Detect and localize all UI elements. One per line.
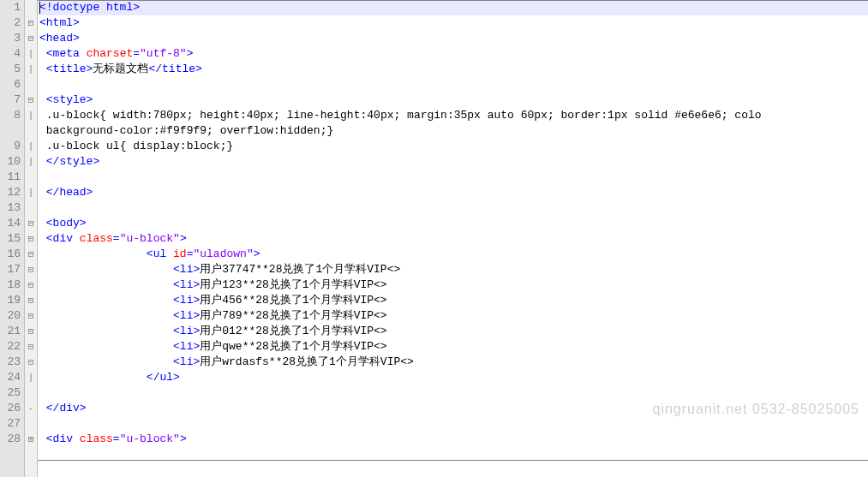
fold-marker[interactable]	[25, 200, 37, 216]
code-line-12[interactable]: </head>	[38, 185, 868, 200]
fold-marker[interactable]: ⊟	[25, 355, 37, 370]
line-number: 26	[0, 401, 24, 416]
fold-marker[interactable]: ⊟	[25, 277, 37, 293]
fold-marker[interactable]: ⊟	[25, 92, 37, 108]
fold-marker[interactable]: |	[25, 62, 37, 77]
line-number: 12	[0, 185, 24, 200]
code-line-4[interactable]: <meta charset="utf-8">	[38, 46, 868, 62]
line-number: 21	[0, 324, 24, 339]
fold-marker[interactable]: |	[25, 185, 37, 200]
title-text: 无标题文档	[93, 63, 148, 75]
fold-marker[interactable]: |	[25, 154, 37, 170]
fold-marker[interactable]: ⊟	[25, 231, 37, 247]
fold-marker[interactable]: ⊟	[25, 339, 37, 355]
fold-gutter[interactable]: ⊟⊟||⊟||||⊟⊟⊟⊟⊟⊟⊟⊟⊟⊟|-⊞	[25, 0, 38, 477]
code-line-11[interactable]	[38, 170, 868, 185]
line-number: 17	[0, 262, 24, 277]
css-rule: .u-block ul{ display:block;}	[46, 140, 233, 152]
line-number: 9	[0, 139, 24, 154]
code-line-14[interactable]: <body>	[38, 216, 868, 231]
code-line-25[interactable]	[38, 385, 868, 401]
fold-marker[interactable]: |	[25, 139, 37, 154]
code-line-18[interactable]: <li>用户123**28兑换了1个月学科VIP<>	[38, 277, 868, 293]
watermark: qingruanit.net 0532-85025005	[652, 402, 859, 417]
fold-marker[interactable]: ⊟	[25, 15, 37, 31]
li-text: 用户qwe**28兑换了1个月学科VIP<>	[200, 340, 386, 353]
fold-marker[interactable]	[25, 416, 37, 432]
head-close-tag: </head>	[46, 186, 93, 199]
fold-marker[interactable]: -	[25, 401, 37, 416]
li-tag: <li>	[173, 325, 200, 337]
fold-marker[interactable]: |	[25, 108, 37, 123]
fold-marker[interactable]: ⊞	[25, 432, 37, 447]
div-tag: <div	[46, 232, 80, 245]
fold-marker[interactable]: ⊟	[25, 324, 37, 339]
fold-marker[interactable]: ⊟	[25, 247, 37, 262]
code-line-15[interactable]: <div class="u-block">	[38, 231, 868, 247]
style-tag: <style>	[46, 93, 93, 106]
line-number: 8	[0, 108, 24, 123]
line-number: 19	[0, 293, 24, 308]
code-editor: 1234567891011121314151617181920212223242…	[0, 0, 868, 477]
line-number: 5	[0, 62, 24, 77]
li-tag: <li>	[173, 309, 200, 322]
fold-marker[interactable]: ⊟	[25, 308, 37, 324]
fold-marker[interactable]: ⊟	[25, 31, 37, 46]
line-number: 14	[0, 216, 24, 231]
line-number: 24	[0, 370, 24, 385]
code-line-5[interactable]: <title>无标题文档</title>	[38, 62, 868, 77]
line-number: 10	[0, 154, 24, 170]
line-number-gutter: 1234567891011121314151617181920212223242…	[0, 0, 25, 477]
li-text: 用户wrdasfs**28兑换了1个月学科VIP<>	[200, 355, 414, 368]
attr-name: charset	[87, 47, 134, 60]
li-text: 用户123**28兑换了1个月学科VIP<>	[200, 278, 386, 291]
li-tag: <li>	[173, 355, 200, 368]
fold-marker[interactable]	[25, 385, 37, 401]
fold-marker[interactable]: ⊟	[25, 293, 37, 308]
code-line-1[interactable]: <!doctype html>	[38, 0, 868, 15]
bottom-border	[38, 460, 868, 461]
code-line-21[interactable]: <li>用户012**28兑换了1个月学科VIP<>	[38, 324, 868, 339]
meta-tag: <meta	[46, 47, 87, 60]
fold-marker[interactable]: |	[25, 46, 37, 62]
code-line-24[interactable]: </ul>	[38, 370, 868, 385]
code-line-8b[interactable]: background-color:#f9f9f9; overflow:hidde…	[38, 123, 868, 139]
code-line-27[interactable]	[38, 416, 868, 432]
code-line-8[interactable]: .u-block{ width:780px; height:40px; line…	[38, 108, 868, 123]
code-area[interactable]: <!doctype html> <html> <head> <meta char…	[38, 0, 868, 477]
code-line-16[interactable]: <ul id="uladown">	[38, 247, 868, 262]
attr-value: "utf-8"	[140, 47, 187, 60]
li-text: 用户012**28兑换了1个月学科VIP<>	[200, 325, 386, 337]
css-rule: .u-block{ width:780px; height:40px; line…	[46, 109, 762, 122]
code-line-20[interactable]: <li>用户789**28兑换了1个月学科VIP<>	[38, 308, 868, 324]
line-number: 20	[0, 308, 24, 324]
fold-marker[interactable]	[25, 170, 37, 185]
fold-marker[interactable]	[25, 77, 37, 92]
fold-marker[interactable]: ⊟	[25, 216, 37, 231]
code-line-23[interactable]: <li>用户wrdasfs**28兑换了1个月学科VIP<>	[38, 355, 868, 370]
code-line-17[interactable]: <li>用户37747**28兑换了1个月学科VIP<>	[38, 262, 868, 277]
code-line-28[interactable]: <div class="u-block">	[38, 432, 868, 447]
code-line-22[interactable]: <li>用户qwe**28兑换了1个月学科VIP<>	[38, 339, 868, 355]
code-line-6[interactable]	[38, 77, 868, 92]
li-text: 用户456**28兑换了1个月学科VIP<>	[200, 294, 386, 307]
line-number: 3	[0, 31, 24, 46]
code-line-19[interactable]: <li>用户456**28兑换了1个月学科VIP<>	[38, 293, 868, 308]
fold-marker[interactable]: |	[25, 370, 37, 385]
code-line-10[interactable]: </style>	[38, 154, 868, 170]
line-number: 27	[0, 416, 24, 432]
li-tag: <li>	[173, 278, 200, 291]
fold-marker[interactable]	[25, 123, 37, 139]
line-number: 1	[0, 0, 24, 15]
line-number: 7	[0, 92, 24, 108]
li-text: 用户789**28兑换了1个月学科VIP<>	[200, 309, 386, 322]
code-line-9[interactable]: .u-block ul{ display:block;}	[38, 139, 868, 154]
attr-value: "u-block"	[120, 232, 180, 245]
fold-marker[interactable]: ⊟	[25, 262, 37, 277]
code-line-13[interactable]	[38, 200, 868, 216]
code-line-3[interactable]: <head>	[38, 31, 868, 46]
code-line-7[interactable]: <style>	[38, 92, 868, 108]
fold-marker[interactable]	[25, 0, 37, 15]
css-rule: background-color:#f9f9f9; overflow:hidde…	[46, 124, 333, 137]
code-line-2[interactable]: <html>	[38, 15, 868, 31]
